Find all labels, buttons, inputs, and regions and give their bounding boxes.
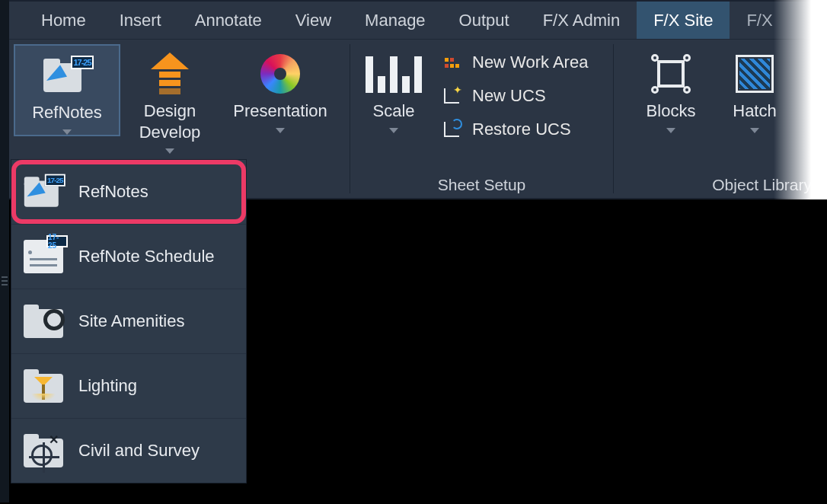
design-develop-button[interactable]: Design Develop <box>120 44 219 154</box>
color-wheel-icon <box>260 54 300 94</box>
scale-label: Scale <box>372 100 414 122</box>
work-area-icon <box>440 52 463 73</box>
menu-civil-survey[interactable]: ✕ Civil and Survey <box>11 418 246 483</box>
refnotes-button[interactable]: 17-25 RefNotes <box>14 44 120 136</box>
new-ucs-icon: ✦ <box>440 85 463 107</box>
chevron-down-icon <box>276 128 285 133</box>
tab-fx-partial[interactable]: F/X <box>730 2 789 39</box>
schedule-icon: 17-25 <box>24 240 63 273</box>
refnotes-icon: 17-25 <box>43 57 91 94</box>
tab-manage[interactable]: Manage <box>348 2 442 39</box>
menu-refnotes-label: RefNotes <box>78 182 148 202</box>
lighting-icon <box>24 369 63 403</box>
restore-ucs-icon <box>440 119 463 140</box>
menu-refnote-schedule-label: RefNote Schedule <box>78 247 215 266</box>
new-ucs-button[interactable]: ✦ New UCS <box>436 82 592 110</box>
chevron-down-icon <box>666 128 675 133</box>
new-work-area-button[interactable]: New Work Area <box>436 49 592 76</box>
menu-civil-survey-label: Civil and Survey <box>78 441 200 461</box>
restore-ucs-button[interactable]: Restore UCS <box>436 116 592 143</box>
design-develop-label: Design Develop <box>139 100 201 142</box>
refnotes-dropdown: 17-25 RefNotes 17-25 RefNote Schedule Si… <box>11 159 247 483</box>
tab-insert[interactable]: Insert <box>103 2 178 39</box>
qat-gutter <box>0 0 9 502</box>
hatch-button[interactable]: Hatch <box>713 44 797 133</box>
up-arrow-icon <box>151 53 189 95</box>
refnotes-label: RefNotes <box>32 102 102 123</box>
tab-fx-site[interactable]: F/X Site <box>637 2 730 39</box>
tab-output[interactable]: Output <box>442 2 526 39</box>
menu-lighting[interactable]: Lighting <box>11 353 246 418</box>
scale-icon <box>366 55 422 93</box>
blocks-icon <box>653 56 689 92</box>
chevron-down-icon <box>750 128 759 133</box>
amenities-icon <box>24 305 63 338</box>
hatch-label: Hatch <box>733 100 776 122</box>
ribbon-tabbar: Home Insert Annotate View Manage Output … <box>9 0 827 40</box>
chevron-down-icon <box>165 148 174 154</box>
tab-home[interactable]: Home <box>24 2 103 39</box>
tab-view[interactable]: View <box>279 2 348 39</box>
chevron-down-icon <box>389 128 398 133</box>
chevron-down-icon <box>62 129 72 135</box>
restore-ucs-label: Restore UCS <box>472 120 571 139</box>
menu-site-amenities[interactable]: Site Amenities <box>11 289 246 353</box>
civil-icon: ✕ <box>24 434 63 467</box>
scale-button[interactable]: Scale <box>355 44 433 133</box>
panel-title-sheet: Sheet Setup <box>350 172 613 198</box>
hatch-icon <box>736 55 774 93</box>
tab-annotate[interactable]: Annotate <box>178 2 279 39</box>
menu-refnotes[interactable]: 17-25 RefNotes <box>11 160 246 224</box>
blocks-label: Blocks <box>647 100 696 122</box>
refnotes-icon: 17-25 <box>24 175 62 208</box>
tab-fx-admin[interactable]: F/X Admin <box>526 2 637 39</box>
menu-site-amenities-label: Site Amenities <box>78 311 184 331</box>
blocks-button[interactable]: Blocks <box>629 44 713 133</box>
new-ucs-label: New UCS <box>472 86 546 106</box>
panel-title-objlib: Object Library <box>614 172 827 198</box>
presentation-label: Presentation <box>233 100 327 122</box>
menu-refnote-schedule[interactable]: 17-25 RefNote Schedule <box>11 224 246 289</box>
menu-lighting-label: Lighting <box>78 376 137 396</box>
presentation-button[interactable]: Presentation <box>219 44 341 133</box>
new-work-area-label: New Work Area <box>472 53 588 72</box>
